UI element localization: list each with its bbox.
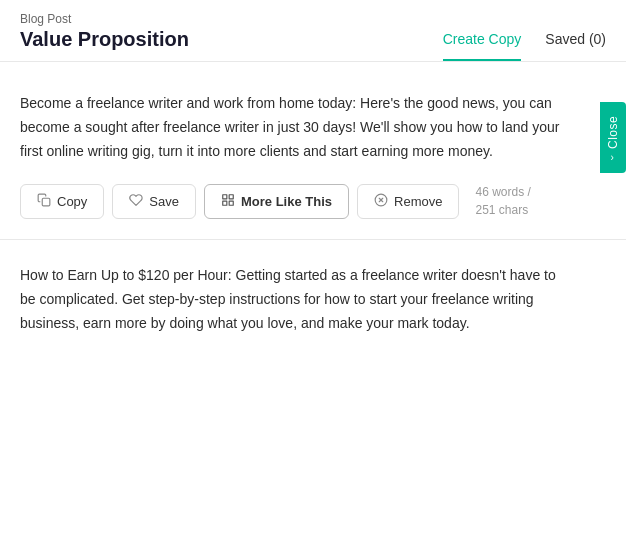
svg-rect-3 (229, 201, 233, 205)
remove-button-label: Remove (394, 194, 442, 209)
result-text-2: How to Earn Up to $120 per Hour: Getting… (20, 264, 560, 335)
close-sidebar-button[interactable]: › Close (600, 102, 626, 173)
page-title: Value Proposition (20, 28, 189, 61)
save-button-label: Save (149, 194, 179, 209)
remove-button[interactable]: Remove (357, 184, 459, 219)
svg-rect-2 (229, 195, 233, 199)
main-content: › Close Become a freelance writer and wo… (0, 62, 626, 356)
svg-rect-4 (223, 201, 227, 205)
word-count: 46 words /251 chars (475, 183, 530, 219)
result-card-1: Become a freelance writer and work from … (0, 62, 626, 240)
more-like-this-label: More Like This (241, 194, 332, 209)
more-icon (221, 193, 235, 210)
save-button[interactable]: Save (112, 184, 196, 219)
copy-icon (37, 193, 51, 210)
more-like-this-button[interactable]: More Like This (204, 184, 349, 219)
tab-saved[interactable]: Saved (0) (545, 31, 606, 61)
copy-button[interactable]: Copy (20, 184, 104, 219)
svg-rect-0 (42, 198, 50, 206)
svg-rect-1 (223, 195, 227, 199)
arrow-icon: › (611, 152, 615, 163)
header: Blog Post Value Proposition Create Copy … (0, 0, 626, 62)
header-nav: Create Copy Saved (0) (443, 31, 606, 61)
result-text-1: Become a freelance writer and work from … (20, 92, 560, 163)
remove-icon (374, 193, 388, 210)
action-bar-1: Copy Save (20, 183, 606, 219)
close-sidebar-label: Close (606, 116, 620, 149)
tab-create-copy[interactable]: Create Copy (443, 31, 522, 61)
header-left: Blog Post Value Proposition (20, 12, 189, 61)
breadcrumb: Blog Post (20, 12, 189, 26)
copy-button-label: Copy (57, 194, 87, 209)
heart-icon (129, 193, 143, 210)
result-card-2: How to Earn Up to $120 per Hour: Getting… (0, 240, 626, 355)
